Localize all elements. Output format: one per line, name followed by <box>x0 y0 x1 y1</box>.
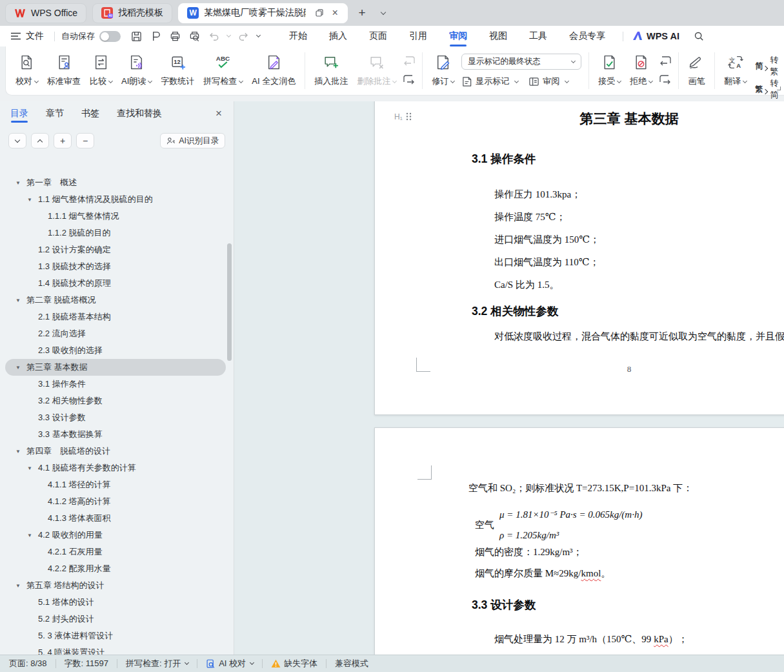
toc-item[interactable]: ▼ 1.4 脱硫技术的原理 <box>5 275 226 292</box>
accept-change-button[interactable]: 接受 <box>594 49 625 92</box>
tab-restore-icon[interactable] <box>312 6 327 20</box>
menu-tab[interactable]: 视图 <box>478 26 518 46</box>
print-preview-icon[interactable] <box>186 28 202 44</box>
review-pane-button[interactable]: 审阅 <box>528 76 568 87</box>
toc-item[interactable]: ▼ 1.2 设计方案的确定 <box>5 241 226 258</box>
delete-comment-button[interactable]: 删除批注 <box>352 49 401 92</box>
compatibility-mode-badge[interactable]: 兼容模式 <box>335 658 368 669</box>
toc-item[interactable]: ▼ 3.1 操作条件 <box>5 376 226 392</box>
show-markup-button[interactable]: 显示标记 <box>461 76 518 87</box>
menu-tab[interactable]: 审阅 <box>438 26 478 46</box>
toc-item[interactable]: ▼ 4.1.2 塔高的计算 <box>5 493 226 510</box>
toc-item[interactable]: ▼ 5. 3 液体进料管设计 <box>5 627 226 644</box>
toc-item[interactable]: ▼ 4.1.1 塔径的计算 <box>5 476 226 493</box>
toc-item[interactable]: ▼ 2.1 脱硫塔基本结构 <box>5 309 226 325</box>
collapse-caret-icon[interactable]: ▼ <box>15 583 22 589</box>
sidebar-close-icon[interactable]: × <box>212 107 226 121</box>
word-count-button[interactable]: 12 字数统计 <box>156 49 199 92</box>
toc-item[interactable]: ▼ 1.1.2 脱硫的目的 <box>5 225 226 241</box>
toc-item[interactable]: ▼ 4.2.1 石灰用量 <box>5 544 226 560</box>
to-simplified-button[interactable]: 繁 转简 <box>755 77 778 101</box>
collapse-all-button[interactable] <box>8 133 26 148</box>
collapse-caret-icon[interactable]: ▼ <box>27 533 34 538</box>
translate-button[interactable]: 文A 翻译 <box>719 49 751 92</box>
standard-review-button[interactable]: 标准审查 <box>43 49 85 92</box>
proofread-button[interactable]: 校对 <box>11 49 43 92</box>
next-change-icon[interactable] <box>658 74 672 85</box>
toc-item[interactable]: ▼ 3.2 相关物性参数 <box>5 392 226 409</box>
undo-icon[interactable] <box>206 28 221 44</box>
undo-dropdown-icon[interactable] <box>225 36 232 37</box>
toc-item[interactable]: ▼ 第三章 基本数据 <box>5 359 226 376</box>
hamburger-menu-icon[interactable] <box>8 28 23 44</box>
toc-item[interactable]: ▼ 5. 4 喷淋装置设计 <box>5 644 226 655</box>
toc-item[interactable]: ▼ 第一章 概述 <box>5 174 226 191</box>
toc-item[interactable]: ▼ 第五章 塔结构的设计 <box>5 577 226 594</box>
collapse-level-button[interactable]: − <box>76 133 94 148</box>
toc-item[interactable]: ▼ 4.1.3 塔体表面积 <box>5 510 226 527</box>
export-pdf-icon[interactable] <box>148 28 163 44</box>
tab-docer-templates[interactable]: AI 找稻壳模板 <box>92 3 172 23</box>
compare-button[interactable]: 比较 <box>85 49 117 92</box>
toc-item[interactable]: ▼ 4.2 吸收剂的用量 <box>5 527 226 544</box>
sidebar-tab[interactable]: 章节 <box>46 101 64 126</box>
collapse-caret-icon[interactable]: ▼ <box>15 298 22 303</box>
toc-item[interactable]: ▼ 1.3 脱硫技术的选择 <box>5 258 226 275</box>
sidebar-tab[interactable]: 查找和替换 <box>117 101 162 126</box>
print-icon[interactable] <box>167 28 183 44</box>
document-page-8[interactable]: H₁ 第三章 基本数据 3.1 操作条件 操作压力 101.3kpa； 操作温度… <box>374 101 784 415</box>
new-tab-button[interactable]: + <box>354 5 370 21</box>
tab-close-icon[interactable]: × <box>328 6 342 20</box>
toc-item[interactable]: ▼ 3.3 设计参数 <box>5 409 226 426</box>
collapse-caret-icon[interactable]: ▼ <box>15 449 22 454</box>
word-count-indicator[interactable]: 字数: 11597 <box>65 658 108 669</box>
ai-recognize-toc-button[interactable]: AI识别目录 <box>160 133 225 148</box>
menu-tab[interactable]: 开始 <box>278 26 318 46</box>
tab-list-dropdown-icon[interactable] <box>376 6 390 20</box>
ai-read-aloud-button[interactable]: AI朗读 <box>117 49 156 92</box>
previous-comment-icon[interactable] <box>402 55 416 66</box>
toc-item[interactable]: ▼ 5.1 塔体的设计 <box>5 594 226 611</box>
toc-item[interactable]: ▼ 3.3 基本数据换算 <box>5 426 226 443</box>
reject-change-button[interactable]: 拒绝 <box>625 49 657 92</box>
sidebar-scrollbar-thumb[interactable] <box>227 243 232 361</box>
ai-polish-button[interactable]: AI 全文润色 <box>247 49 300 92</box>
wps-ai-button[interactable]: WPS AI <box>632 31 679 41</box>
document-page-9[interactable]: 空气和 SO₂；则标准状况 T=273.15K,P=101.3kPa 下： 空气… <box>374 427 784 655</box>
quickbar-more-dropdown-icon[interactable] <box>255 36 261 37</box>
toc-item[interactable]: ▼ 1.1.1 烟气整体情况 <box>5 208 226 225</box>
toc-item[interactable]: ▼ 5.2 封头的设计 <box>5 611 226 627</box>
document-canvas[interactable]: H₁ 第三章 基本数据 3.1 操作条件 操作压力 101.3kpa； 操作温度… <box>234 101 784 655</box>
spell-check-button[interactable]: ABC 拼写检查 <box>199 49 247 92</box>
toc-item[interactable]: ▼ 2.3 吸收剂的选择 <box>5 342 226 359</box>
page-indicator[interactable]: 页面: 8/38 <box>9 658 47 669</box>
toc-item[interactable]: ▼ 4.2.2 配浆用水量 <box>5 560 226 577</box>
ai-proofread-status[interactable]: AI 校对 <box>206 658 254 669</box>
group-expand-icon[interactable] <box>777 87 781 90</box>
redo-icon[interactable] <box>236 28 251 44</box>
missing-font-warning[interactable]: 缺失字体 <box>271 658 317 669</box>
collapse-caret-icon[interactable]: ▼ <box>15 180 22 186</box>
toc-item[interactable]: ▼ 1.1 烟气整体情况及脱硫的目的 <box>5 191 226 208</box>
expand-level-button[interactable]: + <box>54 133 72 148</box>
spell-check-status[interactable]: 拼写检查: 打开 <box>126 658 188 669</box>
collapse-caret-icon[interactable]: ▼ <box>15 365 22 371</box>
autosave-toggle[interactable] <box>99 31 121 42</box>
search-icon[interactable] <box>691 28 707 44</box>
to-traditional-button[interactable]: 简 转繁 <box>755 54 778 77</box>
toc-item[interactable]: ▼ 第四章 脱硫塔的设计 <box>5 443 226 460</box>
menu-tab[interactable]: 引用 <box>398 26 438 46</box>
sidebar-tab[interactable]: 书签 <box>81 101 99 126</box>
next-comment-icon[interactable] <box>402 74 416 85</box>
tab-wps-office-home[interactable]: WPS Office <box>5 3 86 23</box>
ink-brush-button[interactable]: 画笔 <box>683 49 710 92</box>
menu-tab[interactable]: 插入 <box>318 26 358 46</box>
menu-tab[interactable]: 工具 <box>518 26 558 46</box>
track-changes-button[interactable]: 修订 <box>427 49 459 92</box>
save-icon[interactable] <box>128 28 144 44</box>
tab-document-active[interactable]: W 某燃煤电厂喷雾干燥法脱硫系 × <box>178 3 348 23</box>
collapse-caret-icon[interactable]: ▼ <box>27 197 34 203</box>
sidebar-tab[interactable]: 目录 <box>10 101 28 126</box>
markup-state-select[interactable]: 显示标记的最终状态 <box>461 54 581 70</box>
toc-item[interactable]: ▼ 4.1 脱硫塔有关参数的计算 <box>5 460 226 476</box>
